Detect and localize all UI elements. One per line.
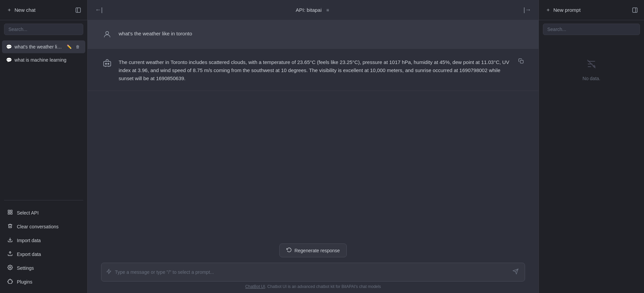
messages-area: what's the weather like in toronto The c… (88, 20, 539, 238)
collapse-left-icon: ←| (95, 6, 103, 13)
svg-rect-10 (104, 61, 111, 66)
collapse-right-icon: |→ (523, 6, 531, 13)
sidebar-right: ＋ New prompt No data. (539, 0, 644, 293)
sidebar-left: ＋ New chat 💬 what's the weather lik... ✏… (0, 0, 88, 293)
conversations-list: 💬 what's the weather lik... ✏️ 🗑 💬 what … (0, 38, 87, 197)
import-icon (7, 237, 13, 244)
collapse-right-button[interactable]: |→ (521, 4, 533, 15)
sidebar-item-clear-conversations[interactable]: Clear conversations (2, 220, 85, 233)
svg-point-12 (108, 63, 109, 65)
settings-label: Settings (17, 265, 34, 271)
send-icon (513, 268, 519, 274)
svg-rect-5 (10, 213, 12, 214)
lightning-icon (106, 269, 112, 275)
chat-title-text: API: bitapai (296, 7, 322, 13)
svg-point-9 (106, 31, 109, 34)
footer-area: ChatBot UI. Chatbot UI is an advanced ch… (101, 282, 525, 290)
right-search-box (539, 20, 644, 38)
svg-rect-0 (76, 8, 81, 12)
new-prompt-button[interactable]: ＋ New prompt (543, 5, 583, 15)
regenerate-row: Regenerate response (101, 243, 525, 257)
no-data-area: No data. (539, 38, 644, 293)
sidebar-item-import-data[interactable]: Import data (2, 234, 85, 247)
grid-icon (7, 209, 13, 216)
user-message-1: what's the weather like in toronto (88, 20, 539, 49)
sidebar-item-select-api[interactable]: Select API (2, 206, 85, 220)
footer-description: . Chatbot UI is an advanced chatbot kit … (265, 284, 381, 289)
chat-icon-1: 💬 (6, 44, 12, 50)
left-search-input[interactable] (4, 24, 83, 35)
sidebar-right-topbar: ＋ New prompt (539, 0, 644, 20)
gear-icon (7, 265, 13, 271)
plus-icon-right: ＋ (546, 7, 551, 13)
message-input[interactable] (115, 269, 508, 275)
expand-icon (75, 7, 81, 13)
sidebar-bottom-menu: Select API Clear conversations Import da… (0, 203, 87, 293)
no-data-text: No data. (583, 76, 601, 81)
conversation-item-2[interactable]: 💬 what is machine learning (2, 54, 85, 66)
svg-rect-4 (8, 213, 10, 214)
svg-point-8 (9, 267, 11, 268)
trash-icon (7, 223, 13, 230)
copy-message-button[interactable] (517, 57, 525, 66)
plus-icon: ＋ (7, 7, 12, 13)
svg-rect-19 (633, 8, 637, 12)
conversation-label-1: what's the weather lik... (14, 44, 63, 50)
edit-conv-button[interactable]: ✏️ (65, 44, 73, 50)
import-data-label: Import data (17, 238, 41, 243)
assistant-message-1: The current weather in Toronto includes … (88, 49, 539, 91)
expand-right-icon (632, 7, 638, 13)
select-api-label: Select API (17, 210, 39, 216)
send-button[interactable] (511, 267, 520, 277)
expand-right-sidebar-button[interactable] (630, 5, 640, 15)
chat-input-area: Regenerate response ChatBot UI. Chatbot … (88, 238, 539, 293)
delete-conv-button[interactable]: 🗑 (74, 44, 81, 50)
svg-marker-16 (107, 269, 111, 273)
new-chat-label: New chat (14, 7, 36, 13)
right-search-input[interactable] (543, 24, 640, 35)
export-icon (7, 251, 13, 258)
user-message-text-1: what's the weather like in toronto (119, 28, 525, 38)
conversation-item-1[interactable]: 💬 what's the weather lik... ✏️ 🗑 (2, 40, 85, 53)
chat-menu-dots[interactable]: ≡ (325, 6, 330, 14)
no-data-icon (586, 59, 597, 72)
svg-rect-3 (10, 210, 12, 212)
user-avatar (101, 28, 113, 40)
message-actions-1 (517, 57, 525, 66)
sidebar-item-export-data[interactable]: Export data (2, 248, 85, 261)
bot-avatar (101, 57, 113, 69)
left-search-box (0, 20, 87, 38)
copy-icon (518, 58, 524, 64)
sidebar-item-settings[interactable]: Settings (2, 261, 85, 275)
plugin-icon (7, 279, 13, 285)
svg-rect-2 (8, 210, 10, 212)
conv-actions-1: ✏️ 🗑 (65, 44, 81, 50)
chat-icon-2: 💬 (6, 57, 12, 63)
collapse-left-button[interactable]: ←| (93, 4, 105, 15)
new-chat-button[interactable]: ＋ New chat (4, 5, 38, 15)
chat-header: ←| API: bitapai ≡ |→ (88, 0, 539, 20)
plugins-label: Plugins (17, 279, 32, 285)
export-data-label: Export data (17, 252, 41, 257)
clear-conversations-label: Clear conversations (17, 224, 59, 229)
message-input-wrapper (101, 263, 525, 282)
svg-point-11 (105, 63, 107, 65)
regenerate-label: Regenerate response (295, 248, 340, 253)
conversation-label-2: what is machine learning (14, 57, 81, 63)
main-chat-area: ←| API: bitapai ≡ |→ what's the weather … (88, 0, 539, 293)
chat-title-area: API: bitapai ≡ (296, 6, 331, 14)
sidebar-item-plugins[interactable]: Plugins (2, 275, 85, 289)
new-prompt-label: New prompt (553, 7, 581, 13)
svg-rect-15 (520, 60, 523, 63)
regenerate-icon (286, 247, 292, 254)
regenerate-button[interactable]: Regenerate response (279, 243, 347, 257)
expand-sidebar-button[interactable] (73, 5, 83, 15)
chatbot-ui-link[interactable]: ChatBot UI (245, 284, 265, 289)
assistant-message-text-1: The current weather in Toronto includes … (119, 57, 512, 83)
sidebar-divider (4, 200, 83, 200)
sidebar-left-topbar: ＋ New chat (0, 0, 87, 20)
